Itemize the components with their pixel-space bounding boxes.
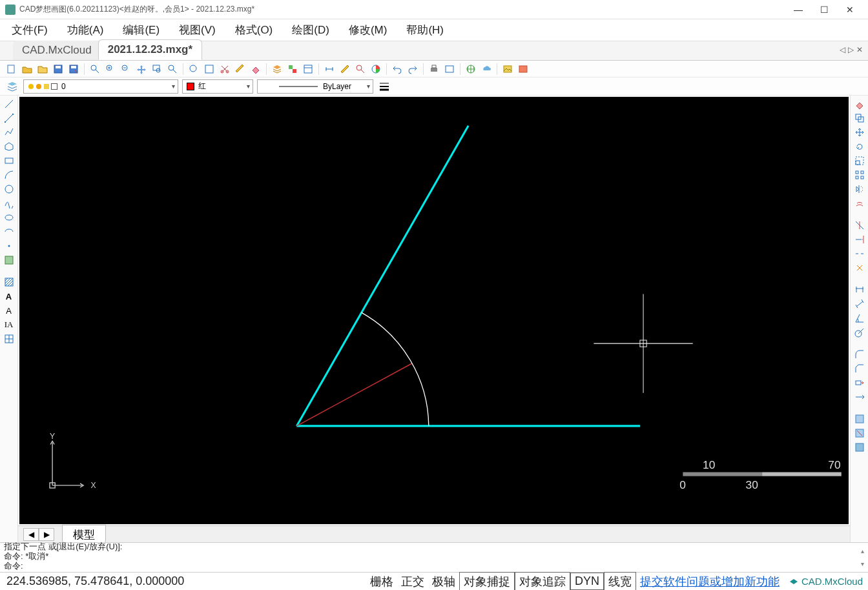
explode-icon[interactable]	[853, 262, 866, 274]
ungroup-icon[interactable]	[853, 427, 866, 439]
mirror-icon[interactable]	[853, 183, 866, 195]
point-icon[interactable]	[3, 240, 16, 252]
mtext-icon[interactable]: A	[3, 305, 16, 316]
pan-icon[interactable]	[135, 63, 148, 76]
table-icon[interactable]	[3, 333, 16, 345]
dim-linear-icon[interactable]	[853, 284, 866, 296]
dim-aligned-icon[interactable]	[853, 298, 866, 310]
polygon-icon[interactable]	[3, 141, 16, 152]
tab-prev-icon[interactable]: ◁	[840, 45, 845, 54]
lengthen-icon[interactable]	[853, 391, 866, 403]
extend-icon[interactable]	[853, 234, 866, 245]
zoom-extents-icon[interactable]	[166, 63, 179, 76]
array-icon[interactable]	[853, 169, 866, 181]
status-dyn[interactable]: DYN	[570, 573, 604, 590]
menu-draw[interactable]: 绘图(D)	[288, 20, 333, 40]
maximize-button[interactable]: ☐	[811, 1, 837, 19]
layer-dropdown[interactable]: 0	[23, 79, 178, 94]
spline-icon[interactable]	[3, 198, 16, 209]
circle-icon[interactable]	[3, 183, 16, 195]
status-grid[interactable]: 栅格	[366, 573, 397, 591]
zoom-in-icon[interactable]	[104, 63, 117, 76]
dim-radius-icon[interactable]	[853, 327, 866, 338]
rotate-icon[interactable]	[853, 141, 866, 152]
copy-icon[interactable]	[853, 112, 866, 124]
new-icon[interactable]	[5, 63, 18, 76]
status-lweight[interactable]: 线宽	[604, 572, 636, 591]
break-icon[interactable]	[853, 248, 866, 259]
rectangle-icon[interactable]	[3, 155, 16, 167]
menu-modify[interactable]: 修改(M)	[345, 20, 391, 40]
offset-icon[interactable]	[853, 198, 866, 209]
layout-prev-icon[interactable]: ◀	[23, 528, 39, 541]
polyline-icon[interactable]	[3, 127, 16, 138]
menu-edit[interactable]: 编辑(E)	[119, 20, 163, 40]
zoom-window-icon[interactable]	[150, 63, 163, 76]
dimension-icon[interactable]	[323, 63, 336, 76]
text-align-icon[interactable]: IA	[3, 319, 16, 331]
menu-function[interactable]: 功能(A)	[63, 20, 108, 40]
print-icon[interactable]	[428, 63, 440, 76]
cloud-icon[interactable]	[480, 63, 493, 76]
fullscreen-icon[interactable]	[203, 63, 216, 76]
dim-angular-icon[interactable]	[853, 312, 866, 324]
status-polar[interactable]: 极轴	[428, 573, 459, 591]
line-icon[interactable]	[3, 98, 16, 110]
block-icon[interactable]	[3, 254, 16, 266]
properties-icon[interactable]	[302, 63, 315, 76]
group-icon[interactable]	[853, 413, 866, 425]
zoom-out-icon[interactable]	[119, 63, 132, 76]
close-button[interactable]: ✕	[837, 1, 863, 19]
attach-icon[interactable]	[517, 63, 530, 76]
menu-view[interactable]: 视图(V)	[175, 20, 220, 40]
web-icon[interactable]	[464, 63, 477, 76]
minimize-button[interactable]: —	[785, 1, 811, 19]
text-icon[interactable]: A	[3, 290, 16, 302]
menu-help[interactable]: 帮助(H)	[402, 20, 448, 40]
block-edit-icon[interactable]	[853, 442, 866, 453]
menu-file[interactable]: 文件(F)	[8, 20, 52, 40]
xline-icon[interactable]	[3, 112, 16, 124]
layer-manager-icon[interactable]	[5, 79, 19, 94]
menu-format[interactable]: 格式(O)	[231, 20, 277, 40]
drawing-canvas[interactable]: Y X 10 70 0 30	[19, 97, 849, 524]
measure-icon[interactable]	[338, 63, 351, 76]
image-icon[interactable]	[501, 63, 514, 76]
eraser-icon[interactable]	[249, 63, 262, 76]
tab-next-icon[interactable]: ▷	[848, 45, 854, 54]
lineweight-icon[interactable]	[377, 79, 391, 94]
color-wheel-icon[interactable]	[369, 63, 382, 76]
chamfer-icon[interactable]	[853, 363, 866, 374]
open-icon[interactable]	[21, 63, 34, 76]
tab-cloud[interactable]: CAD.MxCloud	[13, 41, 101, 60]
save-icon[interactable]	[52, 63, 65, 76]
status-ortho[interactable]: 正交	[397, 573, 428, 591]
layout-next-icon[interactable]: ▶	[39, 528, 54, 541]
linetype-dropdown[interactable]: ByLayer	[257, 79, 373, 94]
status-osnap[interactable]: 对象捕捉	[459, 572, 515, 591]
match-icon[interactable]	[286, 63, 299, 76]
stretch-icon[interactable]	[853, 377, 866, 389]
zoom-icon[interactable]	[88, 63, 101, 76]
brush-icon[interactable]	[234, 63, 247, 76]
arc-icon[interactable]	[3, 169, 16, 181]
zoom-realtime-icon[interactable]	[187, 63, 200, 76]
tab-active-file[interactable]: 2021.12.23.mxg*	[98, 39, 202, 60]
erase-icon[interactable]	[853, 98, 866, 110]
undo-icon[interactable]	[391, 63, 404, 76]
feedback-link[interactable]: 提交软件问题或增加新功能	[636, 574, 783, 589]
redo-icon[interactable]	[406, 63, 419, 76]
color-dropdown[interactable]: 红	[182, 79, 253, 94]
ellipse-arc-icon[interactable]	[3, 226, 16, 238]
status-otrack[interactable]: 对象追踪	[515, 572, 570, 591]
saveas-icon[interactable]	[67, 63, 80, 76]
trim-icon[interactable]	[853, 219, 866, 231]
folder-icon[interactable]	[36, 63, 49, 76]
move-icon[interactable]	[853, 127, 866, 138]
fillet-icon[interactable]	[853, 349, 866, 360]
scale-icon[interactable]	[853, 155, 866, 167]
cmd-scroll-down-icon[interactable]: ▾	[861, 560, 864, 567]
layers-icon[interactable]	[271, 63, 284, 76]
preview-icon[interactable]	[443, 63, 456, 76]
hatch-icon[interactable]	[3, 276, 16, 288]
